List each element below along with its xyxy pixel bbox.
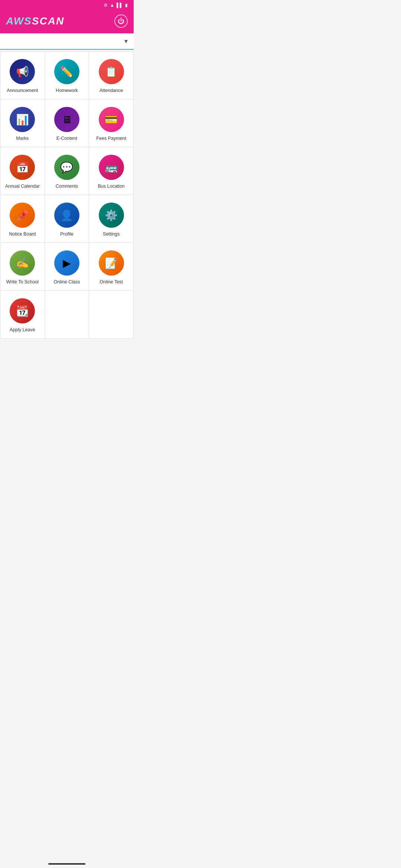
apply-leave-label: Apply Leave <box>10 327 35 332</box>
profile-icon: 👤 <box>54 203 79 228</box>
marks-icon: 📊 <box>10 107 35 132</box>
menu-item-notice-board[interactable]: 📌Notice Board <box>0 195 45 243</box>
attendance-label: Attendance <box>100 88 123 93</box>
status-bar: ⚙ ▲ ▌▌ ▮ <box>0 0 134 10</box>
empty-cell <box>45 291 89 338</box>
menu-item-attendance[interactable]: 📋Attendance <box>89 52 133 99</box>
settings-label: Settings <box>103 231 120 237</box>
comments-icon: 💬 <box>54 155 79 180</box>
online-test-icon: 📝 <box>99 250 124 276</box>
settings-status-icon: ⚙ <box>104 3 108 8</box>
annual-calendar-label: Annual Calendar <box>5 184 40 189</box>
menu-item-fees-payment[interactable]: 💳Fees Payment <box>89 99 133 147</box>
status-icons: ⚙ ▲ ▌▌ ▮ <box>104 3 128 8</box>
apply-leave-icon: 📆 <box>10 298 35 323</box>
annual-calendar-icon: 📅 <box>10 155 35 180</box>
menu-item-announcement[interactable]: 📢Announcement <box>0 52 45 99</box>
empty-cell <box>89 291 133 338</box>
menu-item-profile[interactable]: 👤Profile <box>45 195 89 243</box>
student-selector[interactable]: ▾ <box>0 33 134 50</box>
homework-icon: ✏️ <box>54 59 79 84</box>
menu-item-econtent[interactable]: 🖥E-Content <box>45 99 89 147</box>
announcement-icon: 📢 <box>10 59 35 84</box>
profile-label: Profile <box>60 231 73 237</box>
online-test-label: Online Test <box>100 279 123 285</box>
menu-item-online-class[interactable]: ▶Online Class <box>45 243 89 290</box>
app-logo: AWSSCAN <box>6 15 64 27</box>
menu-grid: 📢Announcement✏️Homework📋Attendance📊Marks… <box>0 51 134 339</box>
menu-item-comments[interactable]: 💬Comments <box>45 147 89 195</box>
notice-board-label: Notice Board <box>9 231 36 237</box>
econtent-icon: 🖥 <box>54 107 79 132</box>
app-header: AWSSCAN ⏻ <box>0 10 134 33</box>
marks-label: Marks <box>16 136 29 141</box>
menu-item-write-to-school[interactable]: ✍️Write To School <box>0 243 45 290</box>
menu-item-homework[interactable]: ✏️Homework <box>45 52 89 99</box>
write-to-school-icon: ✍️ <box>10 250 35 276</box>
power-button[interactable]: ⏻ <box>114 14 128 28</box>
chevron-down-icon: ▾ <box>124 37 128 45</box>
fees-payment-label: Fees Payment <box>96 136 126 141</box>
comments-label: Comments <box>56 184 78 189</box>
fees-payment-icon: 💳 <box>99 107 124 132</box>
menu-item-settings[interactable]: ⚙️Settings <box>89 195 133 243</box>
menu-item-apply-leave[interactable]: 📆Apply Leave <box>0 291 45 338</box>
write-to-school-label: Write To School <box>6 279 39 285</box>
homework-label: Homework <box>56 88 78 93</box>
online-class-icon: ▶ <box>54 250 79 276</box>
wifi-icon: ▲ <box>110 3 114 8</box>
bus-location-label: Bus Location <box>98 184 125 189</box>
battery-icon: ▮ <box>125 3 128 8</box>
econtent-label: E-Content <box>56 136 77 141</box>
signal-icon: ▌▌ <box>117 3 123 8</box>
menu-item-bus-location[interactable]: 🚌Bus Location <box>89 147 133 195</box>
notice-board-icon: 📌 <box>10 203 35 228</box>
online-class-label: Online Class <box>54 279 80 285</box>
menu-item-online-test[interactable]: 📝Online Test <box>89 243 133 290</box>
settings-icon: ⚙️ <box>99 203 124 228</box>
bus-location-icon: 🚌 <box>99 155 124 180</box>
menu-item-marks[interactable]: 📊Marks <box>0 99 45 147</box>
menu-item-annual-calendar[interactable]: 📅Annual Calendar <box>0 147 45 195</box>
attendance-icon: 📋 <box>99 59 124 84</box>
announcement-label: Announcement <box>7 88 38 93</box>
power-icon: ⏻ <box>118 17 124 25</box>
